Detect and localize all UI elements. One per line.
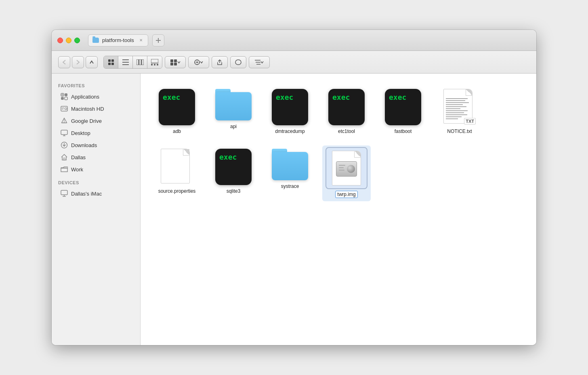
svg-rect-11 <box>142 59 144 65</box>
close-button[interactable] <box>57 38 63 43</box>
svg-rect-4 <box>108 63 111 65</box>
file-item-adb[interactable]: exec adb <box>153 86 201 137</box>
svg-rect-33 <box>65 93 67 96</box>
exec-text-adb: exec <box>163 93 180 101</box>
icon-view-button[interactable] <box>104 56 118 68</box>
svg-rect-26 <box>235 60 241 65</box>
dallas-imac-label: Dallas's iMac <box>71 191 102 197</box>
file-label-sqlite3: sqlite3 <box>227 188 241 194</box>
file-item-sqlite3[interactable]: exec sqlite3 <box>209 145 258 201</box>
svg-rect-7 <box>122 62 129 63</box>
svg-rect-13 <box>151 64 153 65</box>
sidebar-item-work[interactable]: Work <box>54 163 138 175</box>
desktop-label: Desktop <box>71 130 90 136</box>
svg-rect-17 <box>174 59 177 62</box>
plain-icon-source <box>161 149 193 185</box>
applications-icon <box>61 93 68 100</box>
column-view-button[interactable] <box>133 56 147 68</box>
sort-button[interactable] <box>249 56 270 68</box>
macintosh-hd-label: Macintosh HD <box>71 106 104 112</box>
folder-body-api <box>215 92 252 120</box>
file-item-dmtracedump[interactable]: exec dmtracedump <box>266 86 314 137</box>
tab-title: platform-tools <box>102 37 134 43</box>
sidebar-item-dallas-imac[interactable]: Dallas's iMac <box>54 188 138 200</box>
file-content: exec adb api exec dmt <box>141 74 536 345</box>
svg-point-21 <box>196 61 198 63</box>
hd-icon <box>61 105 68 112</box>
file-label-fastboot: fastboot <box>395 129 412 134</box>
sidebar: Favorites Applications <box>52 74 141 345</box>
up-button[interactable] <box>86 56 98 68</box>
file-item-notice[interactable]: TXT NOTICE.txt <box>435 86 484 137</box>
exec-text-sqlite3: exec <box>219 153 237 161</box>
file-item-api[interactable]: api <box>209 86 258 137</box>
svg-rect-49 <box>61 190 67 195</box>
file-label-dmtracedump: dmtracedump <box>275 129 304 134</box>
forward-button[interactable] <box>72 56 84 68</box>
home-icon <box>61 154 68 161</box>
exec-text-fastboot: exec <box>389 93 406 101</box>
exec-text-dmtracedump: exec <box>276 93 293 101</box>
file-item-twrp[interactable]: twrp.img <box>322 145 371 201</box>
tag-button[interactable] <box>230 56 246 68</box>
action-button[interactable] <box>188 56 209 68</box>
svg-rect-12 <box>151 59 158 63</box>
file-item-fastboot[interactable]: exec fastboot <box>379 86 427 137</box>
svg-rect-34 <box>61 97 64 100</box>
finder-window: platform-tools ✕ <box>52 30 536 345</box>
sidebar-item-applications[interactable]: Applications <box>54 91 138 103</box>
sidebar-item-google-drive[interactable]: Google Drive <box>54 115 138 127</box>
back-button[interactable] <box>58 56 70 68</box>
downloads-icon <box>61 141 68 149</box>
svg-rect-35 <box>65 97 67 100</box>
file-item-etc1tool[interactable]: exec etc1tool <box>322 86 371 137</box>
new-tab-button[interactable] <box>152 34 164 46</box>
maximize-button[interactable] <box>74 38 80 43</box>
file-label-adb: adb <box>173 129 181 134</box>
gallery-view-button[interactable] <box>147 56 162 68</box>
file-label-systrace: systrace <box>281 183 299 189</box>
file-item-source[interactable]: source.properties <box>153 145 201 201</box>
txt-icon-notice: TXT <box>443 89 476 125</box>
tab-folder-icon <box>92 38 99 43</box>
google-drive-icon <box>61 117 68 124</box>
svg-rect-10 <box>139 59 141 65</box>
svg-rect-9 <box>136 59 139 65</box>
minimize-button[interactable] <box>66 38 71 43</box>
img-icon-twrp <box>327 149 366 188</box>
exec-icon-fastboot: exec <box>385 89 421 125</box>
exec-icon-etc1tool: exec <box>328 89 365 125</box>
toolbar <box>52 51 536 74</box>
main-area: Favorites Applications <box>52 74 536 345</box>
sidebar-item-desktop[interactable]: Desktop <box>54 127 138 139</box>
exec-icon-adb: exec <box>159 89 195 125</box>
work-folder-icon <box>61 166 68 173</box>
list-view-button[interactable] <box>118 56 133 68</box>
sidebar-item-downloads[interactable]: Downloads <box>54 139 138 151</box>
file-grid: exec adb api exec dmt <box>153 86 524 201</box>
folder-icon-systrace <box>272 149 308 180</box>
file-item-systrace[interactable]: systrace <box>266 145 314 201</box>
tab-close-button[interactable]: ✕ <box>138 38 144 43</box>
file-label-source: source.properties <box>158 188 196 194</box>
active-tab[interactable]: platform-tools ✕ <box>88 34 148 46</box>
share-button[interactable] <box>212 56 228 68</box>
svg-rect-36 <box>61 106 67 111</box>
favorites-label: Favorites <box>52 83 140 91</box>
traffic-lights <box>57 38 80 43</box>
exec-icon-dmtracedump: exec <box>272 89 308 125</box>
group-button[interactable] <box>165 56 186 68</box>
exec-icon-sqlite3: exec <box>215 149 252 185</box>
file-label-twrp[interactable]: twrp.img <box>335 191 357 198</box>
applications-label: Applications <box>71 94 99 100</box>
svg-rect-15 <box>157 64 158 65</box>
svg-rect-19 <box>174 63 177 65</box>
titlebar: platform-tools ✕ <box>52 30 536 51</box>
sidebar-item-dallas[interactable]: Dallas <box>54 151 138 163</box>
google-drive-label: Google Drive <box>71 118 102 124</box>
dallas-label: Dallas <box>71 154 86 160</box>
svg-rect-18 <box>170 63 173 65</box>
svg-rect-2 <box>108 59 111 62</box>
sidebar-item-macintosh-hd[interactable]: Macintosh HD <box>54 103 138 115</box>
file-label-api: api <box>230 124 237 129</box>
